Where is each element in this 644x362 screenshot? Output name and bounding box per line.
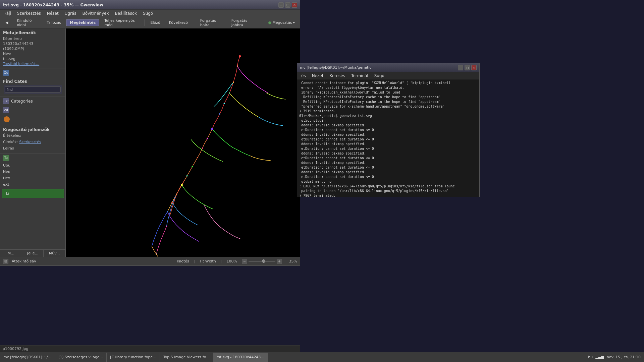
gwenview-sidebar: Metajellemzők Képméret: 180320x244243 (1… [0, 28, 66, 257]
gwenview-main-content: Metajellemzők Képméret: 180320x244243 (1… [0, 28, 300, 257]
toolbar-share-btn[interactable]: ● Megosztás ▾ [265, 19, 299, 26]
toolbar-next-btn[interactable]: Következő [165, 19, 192, 26]
fit-out-btn[interactable]: Kilötés [175, 259, 191, 263]
terminal-line: : EXEC_NEW '/usr/lib/x86_64-linux-gnu/qt… [299, 184, 477, 189]
svg-rect-0 [70, 28, 295, 257]
thumbnail-toggle-btn[interactable]: ⊟ [3, 259, 8, 264]
gwenview-menu-bar: Fájl Szerkesztés Nézet Ugrás Bővítmények… [0, 10, 300, 17]
menu-view[interactable]: Nézet [44, 10, 61, 16]
terminal-menu-bar: és Nézet Keresés Terminál Súgó [297, 72, 479, 79]
sidebar-bottom: M... Jelle... Műv... [0, 249, 65, 257]
toolbar-browse-btn[interactable]: Tallózás [43, 19, 65, 26]
find-title: Find Cates [3, 79, 63, 84]
categories-panel-item[interactable]: Cat Categories [0, 97, 65, 106]
taskbar-item-top5[interactable]: Top 5 Image Viewers fo... [160, 353, 213, 362]
terminal-line: etDuration: cannot set duration <= 0 [299, 175, 477, 179]
taskbar-item-mc[interactable]: mc [fellegis@DSK01]:~/... [0, 353, 55, 362]
svg-point-10 [197, 157, 198, 158]
toolbar-rotate-left-btn[interactable]: Forgatás balra [197, 17, 226, 28]
taskbar-item-tst[interactable]: tst.svg - 180320x44243... [213, 353, 268, 362]
svg-point-12 [186, 175, 188, 177]
toolbar-rotate-right-btn[interactable]: Forgatás jobbra [228, 17, 260, 28]
hex-item[interactable]: Hex [0, 175, 65, 181]
toolbar-prev-btn[interactable]: Előző [147, 19, 164, 26]
menu-settings[interactable]: Beállítások [112, 10, 140, 16]
datetime-display: nov. 15., cs, 21:10 [607, 355, 641, 359]
neo-item[interactable]: Neo [0, 169, 65, 175]
terminal-menu-view[interactable]: Nézet [309, 73, 326, 79]
filename-value: tst.svg [3, 57, 63, 61]
current-filename: p1000792.jpg [3, 347, 29, 351]
quick-panel-item[interactable]: Qu [0, 68, 65, 77]
terminal-close-btn[interactable]: ✕ [471, 65, 477, 70]
tutorial-panel-item[interactable]: Tu [0, 154, 65, 162]
terminal-menu-es[interactable]: és [299, 73, 309, 79]
toolbar-sep-2 [194, 19, 194, 26]
sidebar-tab-m[interactable]: M... [0, 250, 22, 257]
taskbar-item-szels[interactable]: (1) Szelsoseges vilage... [55, 353, 107, 362]
terminal-minimize-btn[interactable]: — [458, 65, 463, 70]
tags-edit-link[interactable]: Szerkesztés [19, 140, 41, 144]
extensions-item[interactable]: eXt [0, 181, 65, 188]
menu-plugins[interactable]: Bővítmények [80, 10, 112, 16]
gwenview-maximize-btn[interactable]: □ [285, 2, 290, 8]
terminal-menu-help[interactable]: Súgó [372, 73, 387, 79]
gwenview-filename-bar: p1000792.jpg [0, 345, 300, 352]
share-icon: ● [268, 20, 272, 25]
svg-point-17 [166, 226, 167, 227]
zoom-value: 35% [285, 259, 297, 263]
terminal-content[interactable]: Cannot create instance for plugin "KXMLH… [297, 79, 479, 197]
zoom-100-btn[interactable]: 100% [225, 259, 238, 263]
toolbar-back-btn[interactable]: ◀ [2, 19, 12, 26]
zoom-slider[interactable] [249, 261, 275, 262]
back-icon: ◀ [5, 20, 8, 25]
fit-width-btn[interactable]: Fit Width [198, 259, 217, 263]
menu-file[interactable]: Fájl [2, 10, 14, 16]
terminal-line: ) 7919 terminated. [299, 109, 477, 114]
find-section: Find Cates [0, 77, 65, 97]
quick-panel-icon: Qu [3, 70, 9, 76]
thumbnail-label: Áttekintő sáv [12, 259, 36, 263]
gwenview-close-btn[interactable]: ✕ [292, 2, 297, 8]
menu-edit[interactable]: Szerkesztés [14, 10, 44, 16]
share-dropdown-icon: ▾ [293, 20, 295, 25]
terminal-line: ddons: Invalid pixmap specified. [299, 142, 477, 146]
svg-point-2 [237, 65, 238, 67]
menu-help[interactable]: Súgó [140, 10, 156, 16]
terminal-line: ddons: Invalid pixmap specified. [299, 123, 477, 128]
image-view[interactable] [66, 28, 300, 257]
terminal-line: pairing to launch '/usr/lib/x86_64-linux… [299, 189, 477, 193]
find-input[interactable] [5, 86, 61, 93]
terminal-menu-search[interactable]: Keresés [327, 73, 348, 79]
list-panel-btn[interactable]: Li [2, 189, 64, 198]
terminal-window: mc [fellegis@DSK01]:~/Munka/genetic — □ … [297, 63, 480, 197]
toolbar-home-btn[interactable]: Kiinduló oldal [13, 17, 42, 28]
terminal-line: etDuration: cannot set duration <= 0 [299, 156, 477, 161]
svg-point-8 [207, 138, 208, 139]
terminal-line: Cannot create instance for plugin "KXMLH… [299, 81, 477, 85]
terminal-menu-terminal[interactable]: Terminál [348, 73, 371, 79]
sidebar-bottom-tabs: M... Jelle... Műv... [0, 249, 65, 257]
zoom-plus-btn[interactable]: + [277, 259, 282, 264]
gwenview-minimize-btn[interactable]: — [278, 2, 284, 8]
sidebar-tab-jelle[interactable]: Jelle... [22, 250, 44, 257]
image-size-mp: (1092.0MP) [3, 47, 63, 51]
supplementary-title: Kiegészítő jellemzők [3, 127, 63, 132]
svg-point-9 [202, 147, 203, 149]
terminal-line: Refilling KProtocolInfoFactory cache in … [299, 95, 477, 100]
status-sep-2: | [221, 259, 222, 263]
zoom-minus-btn[interactable]: − [242, 259, 247, 264]
add-item[interactable]: Ad [0, 106, 65, 114]
toolbar-fullscreen-btn[interactable]: Teljes képernyős mód [101, 17, 142, 28]
status-sep-1: | [194, 259, 195, 263]
menu-go[interactable]: Ugrás [62, 10, 79, 16]
terminal-maximize-btn[interactable]: □ [465, 65, 470, 70]
svg-point-1 [239, 55, 241, 57]
svg-point-4 [229, 93, 230, 94]
toolbar-view-btn[interactable]: Megtekintés [66, 19, 99, 26]
sidebar-tab-muv[interactable]: Műv... [44, 250, 65, 257]
svg-point-5 [224, 103, 225, 104]
more-props-link[interactable]: További jellemzők... [3, 62, 63, 66]
ubuntu-item[interactable]: Ubu [0, 162, 65, 169]
taskbar-item-c[interactable]: [C library function fope... [107, 353, 160, 362]
